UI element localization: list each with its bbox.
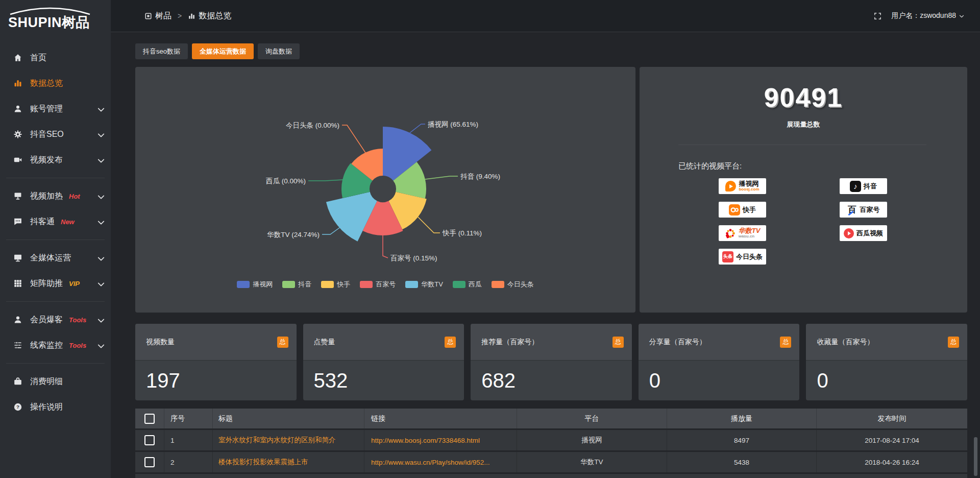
platform-badge-4: 华数TVwasu.cn xyxy=(719,225,766,241)
platform-name: 百家号 xyxy=(860,206,880,213)
total-badge[interactable]: 总 xyxy=(445,337,456,348)
table-row-0: 1室外水纹灯和室内水纹灯的区别和简介http://www.boosj.com/7… xyxy=(135,430,967,450)
topbar-right: 用户名：zswodun88 xyxy=(873,11,965,20)
chevron-down-icon xyxy=(96,218,106,227)
cell-link: http://www.wasu.cn/Play/show/id/952... xyxy=(364,452,517,472)
table-header-row: 序号标题链接平台播放量发布时间 xyxy=(135,409,967,428)
cell-plays: 5438 xyxy=(667,452,816,472)
legend-swatch xyxy=(282,281,295,288)
sidebar-item-gear[interactable]: 抖音SEO xyxy=(0,122,111,147)
chart-legend: 播视网抖音快手百家号华数TV西瓜今日头条 xyxy=(135,280,635,289)
legend-swatch xyxy=(405,281,418,288)
chevron-down-icon xyxy=(96,280,106,289)
cell-platform: 播视网 xyxy=(517,430,667,450)
douyin-logo: ♪ xyxy=(850,181,861,192)
app-logo: SHUPIN树品 xyxy=(0,0,111,43)
video-url-link[interactable]: http://www.boosj.com/7338468.html xyxy=(371,437,480,444)
sidebar-item-label: 消费明细 xyxy=(30,376,63,387)
pie-label-line xyxy=(383,235,388,258)
stat-cards-row: 视频数量总197点赞量总532推荐量（百家号）总682分享量（百家号）总0收藏量… xyxy=(135,324,967,400)
breadcrumb-item[interactable]: 树品 xyxy=(144,11,172,21)
pie-label-line xyxy=(308,180,343,181)
logo-arc xyxy=(7,4,93,15)
legend-item-4[interactable]: 华数TV xyxy=(405,280,443,289)
cell-plays: 8497 xyxy=(667,430,816,450)
fullscreen-icon[interactable] xyxy=(873,12,882,20)
cell-title: 室外水纹灯和室内水纹灯的区别和简介 xyxy=(212,430,364,450)
stat-card-1: 点赞量总532 xyxy=(303,324,464,400)
pie-label: 快手 (0.11%) xyxy=(442,229,482,237)
legend-item-0[interactable]: 播视网 xyxy=(237,280,273,289)
row-checkbox[interactable] xyxy=(144,435,155,445)
tab-0[interactable]: 抖音seo数据 xyxy=(135,43,188,59)
total-badge[interactable]: 总 xyxy=(948,337,959,348)
scrollbar-thumb[interactable] xyxy=(974,437,977,476)
legend-swatch xyxy=(360,281,373,288)
pie-label: 抖音 (9.40%) xyxy=(460,173,500,180)
member-icon xyxy=(13,315,22,324)
sidebar-item-wallet[interactable]: 消费明细 xyxy=(0,369,111,394)
tab-1[interactable]: 全媒体运营数据 xyxy=(192,43,254,59)
sidebar-item-sliders[interactable]: 线索监控Tools xyxy=(0,332,111,358)
legend-item-3[interactable]: 百家号 xyxy=(360,280,396,289)
total-badge[interactable]: 总 xyxy=(780,337,791,348)
sidebar-item-bar-chart[interactable]: 数据总览 xyxy=(0,70,111,96)
legend-item-1[interactable]: 抖音 xyxy=(282,280,311,289)
legend-label: 抖音 xyxy=(298,280,311,289)
sidebar-item-label: 抖客通 xyxy=(30,217,55,227)
sidebar-item-monitor[interactable]: 全媒体运营 xyxy=(0,245,111,271)
cell-index: 1 xyxy=(164,430,212,450)
user-menu[interactable]: 用户名：zswodun88 xyxy=(891,11,965,20)
user-name-label: 用户名：zswodun88 xyxy=(891,11,956,20)
column-header-6: 发布时间 xyxy=(816,409,967,428)
video-url-link[interactable]: http://www.wasu.cn/Play/show/id/952... xyxy=(371,459,490,466)
legend-swatch xyxy=(321,281,334,288)
legend-label: 华数TV xyxy=(421,280,443,289)
legend-item-6[interactable]: 今日头条 xyxy=(492,280,534,289)
pie-label: 播视网 (65.61%) xyxy=(428,121,478,128)
total-badge[interactable]: 总 xyxy=(277,337,288,348)
breadcrumb-item[interactable]: 数据总览 xyxy=(188,11,231,21)
sidebar-item-help[interactable]: ?操作说明 xyxy=(0,394,111,420)
row-checkbox[interactable] xyxy=(144,457,155,467)
sidebar-item-user[interactable]: 账号管理 xyxy=(0,96,111,122)
chevron-down-icon xyxy=(959,13,965,19)
video-title-link[interactable]: 楼体投影灯投影效果震撼上市 xyxy=(218,458,308,467)
platform-badge-1: ♪抖音 xyxy=(840,178,887,194)
mini-chart-icon xyxy=(188,12,195,20)
logo-text: SHUPIN树品 xyxy=(8,13,111,32)
platform-name: 播视网 xyxy=(739,180,758,187)
legend-item-2[interactable]: 快手 xyxy=(321,280,350,289)
cell-title: 楼体投影灯投影效果震撼上市 xyxy=(212,452,364,472)
select-all-checkbox[interactable] xyxy=(144,414,155,424)
stat-card-value: 532 xyxy=(303,361,464,400)
sidebar-item-label: 账号管理 xyxy=(30,104,63,114)
stat-card-value: 0 xyxy=(639,361,800,400)
sidebar-item-member[interactable]: 会员爆客Tools xyxy=(0,307,111,332)
kuaishou-logo xyxy=(729,204,740,216)
baijiahao-logo: 百 xyxy=(847,204,857,216)
sidebar-item-home[interactable]: 首页 xyxy=(0,45,111,70)
video-title-link[interactable]: 室外水纹灯和室内水纹灯的区别和简介 xyxy=(218,436,336,445)
sidebar-item-billboard[interactable]: 视频加热Hot xyxy=(0,183,111,209)
pie-slice-4[interactable] xyxy=(326,192,377,242)
breadcrumb-separator: > xyxy=(178,12,182,20)
breadcrumb: 树品>数据总览 xyxy=(144,11,231,21)
platform-name: 华数TV xyxy=(739,227,761,234)
sidebar-item-video-camera[interactable]: 视频发布 xyxy=(0,147,111,173)
platform-name: 西瓜视频 xyxy=(856,230,883,237)
sidebar-item-grid[interactable]: 矩阵助推VIP xyxy=(0,271,111,296)
sidebar-divider xyxy=(6,301,105,302)
total-badge[interactable]: 总 xyxy=(612,337,624,348)
xigua-logo xyxy=(844,228,854,238)
legend-label: 百家号 xyxy=(376,280,396,289)
pie-label-line xyxy=(410,124,425,133)
cell-publish-time: 2018-04-26 16:24 xyxy=(816,452,967,472)
platforms-label: 已统计的视频平台: xyxy=(678,161,967,171)
platform-badge-6: 头条今日头条 xyxy=(719,249,766,265)
sidebar-item-chat[interactable]: 抖客通New xyxy=(0,209,111,234)
column-header-3: 链接 xyxy=(364,409,517,428)
legend-item-5[interactable]: 西瓜 xyxy=(453,280,482,289)
tab-2[interactable]: 询盘数据 xyxy=(258,43,300,59)
videos-table: 序号标题链接平台播放量发布时间1室外水纹灯和室内水纹灯的区别和简介http://… xyxy=(135,409,967,478)
